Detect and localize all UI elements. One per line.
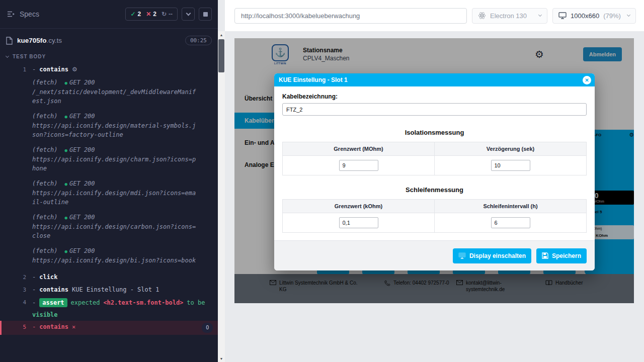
scrollbar-thumb[interactable]: [218, 39, 224, 72]
retry-count-badge: 0: [202, 323, 213, 333]
line-number: 4: [0, 298, 26, 307]
command-row-assert[interactable]: 4 - assert expected <h2.text-sm.font-bol…: [0, 296, 218, 321]
spec-timer: 00:25: [185, 36, 212, 45]
assert-expected: expected: [71, 299, 100, 307]
scroll-up-arrow[interactable]: ▲: [218, 31, 225, 38]
fetch-status: GET 200: [69, 146, 95, 153]
display-on-label: Display einschalten: [469, 252, 526, 259]
url-bar[interactable]: [234, 8, 467, 24]
command-dash: -: [32, 299, 36, 307]
assert-badge: assert: [39, 298, 67, 307]
failed-icon: ✕: [146, 11, 151, 18]
kue-settings-modal: KUE Einstellung - Slot 1 ✕ Kabelbezeichn…: [274, 73, 595, 270]
loop-limit-input[interactable]: [339, 217, 378, 228]
modal-footer: Display einschalten Speichern: [274, 240, 595, 270]
isolation-table: Grenzwert (MOhm) Verzögerung (sek): [282, 142, 587, 175]
command-dash: -: [32, 323, 36, 331]
fetch-log-entry[interactable]: (fetch)●GET 200 /_next/static/developmen…: [32, 78, 218, 106]
command-row-contains-1[interactable]: 1 - contains ⚙: [0, 63, 218, 76]
fetch-label: (fetch): [32, 213, 58, 222]
save-label: Speichern: [552, 252, 581, 259]
isolation-limit-input[interactable]: [339, 160, 378, 171]
command-dash: -: [32, 286, 36, 294]
specs-label: Specs: [20, 10, 39, 18]
fetch-log-entry[interactable]: (fetch)●GET 200 https://api.iconify.desi…: [32, 179, 218, 207]
cypress-sidebar: Specs ✓2 ✕2 ↻-- kue705fo.cy.ts 00:25 TES…: [0, 0, 218, 362]
loop-interval-input[interactable]: [491, 217, 530, 228]
gear-icon: ⚙: [72, 65, 77, 73]
collapse-button[interactable]: [182, 8, 195, 21]
display-on-button[interactable]: Display einschalten: [453, 248, 531, 263]
browser-select[interactable]: Electron 130: [472, 8, 547, 24]
line-number: 3: [0, 286, 26, 294]
viewport-select[interactable]: 1000x660 (79%): [552, 8, 636, 24]
chevron-down-icon: [538, 13, 542, 17]
command-name: contains: [39, 65, 68, 73]
spec-file-row[interactable]: kue705fo.cy.ts 00:25: [6, 36, 212, 45]
status-dot-icon: ●: [65, 148, 67, 153]
scroll-down-arrow[interactable]: ▼: [218, 355, 225, 362]
section-title-isolation: Isolationsmessung: [282, 129, 587, 136]
status-dot-icon: ●: [65, 249, 67, 254]
status-dot-icon: ●: [65, 114, 67, 119]
fetch-log-entry[interactable]: (fetch)●GET 200 https://api.iconify.desi…: [32, 112, 218, 139]
url-input[interactable]: [241, 12, 460, 20]
section-title-schleife: Schleifenmessung: [282, 186, 587, 194]
save-button[interactable]: Speichern: [536, 248, 587, 263]
fetch-url: https://api.iconify.design/bi.json?icons…: [32, 256, 198, 265]
pending-count: --: [169, 11, 173, 18]
fetch-url: https://api.iconify.design/material-symb…: [32, 121, 198, 139]
fetch-label: (fetch): [32, 246, 58, 255]
isolation-delay-input[interactable]: [491, 160, 530, 171]
test-stats[interactable]: ✓2 ✕2 ↻--: [125, 8, 178, 21]
fetch-status: GET 200: [69, 79, 95, 86]
pending-icon: ↻: [162, 11, 167, 18]
chevron-down-icon: [6, 54, 9, 57]
stop-button[interactable]: [199, 8, 212, 21]
command-name: click: [39, 273, 57, 281]
assert-connector: to be: [187, 299, 205, 307]
column-header: Grenzwert (MOhm): [283, 142, 435, 156]
command-row-contains-2[interactable]: 3 - contains KUE Einstellung - Slot 1: [0, 284, 218, 296]
aut-stage: ⚓ LITTWIN Stationsname CPLV4_Maschen ⚙ A…: [225, 31, 644, 362]
line-number: 2: [0, 273, 26, 282]
right-region: Electron 130 1000x660 (79%) ⚓ LITTWIN: [225, 0, 644, 362]
assert-condition: visible: [32, 311, 58, 319]
chevron-down-icon: [186, 11, 191, 16]
fetch-status: GET 200: [69, 113, 95, 120]
sidebar-scrollbar[interactable]: ▲ ▼: [218, 31, 225, 362]
test-body-toggle[interactable]: TEST BODY: [6, 54, 212, 59]
cypress-topbar: Specs ✓2 ✕2 ↻--: [0, 0, 218, 29]
passed-icon: ✓: [130, 11, 135, 18]
command-row-click[interactable]: 2 - click: [0, 271, 218, 284]
assert-element: <h2.text-sm.font-bold>: [103, 299, 183, 307]
modal-header: KUE Einstellung - Slot 1 ✕: [274, 73, 595, 86]
modal-title: KUE Einstellung - Slot 1: [279, 76, 348, 83]
test-body-label: TEST BODY: [13, 54, 46, 59]
command-row-contains-failed[interactable]: 5 - contains ✕ 0: [0, 321, 218, 335]
fetch-label: (fetch): [32, 112, 58, 121]
floppy-icon: [542, 252, 548, 259]
fetch-label: (fetch): [32, 78, 58, 87]
fetch-status: GET 200: [69, 180, 95, 187]
fetch-status: GET 200: [69, 214, 95, 221]
fetch-log-entry[interactable]: (fetch)●GET 200 https://api.iconify.desi…: [32, 246, 218, 265]
fail-x-icon: ✕: [72, 323, 75, 331]
command-dash: -: [32, 273, 36, 281]
display-icon: [458, 252, 466, 259]
cable-name-input[interactable]: [282, 103, 587, 116]
status-dot-icon: ●: [65, 80, 67, 85]
specs-menu[interactable]: Specs: [7, 10, 39, 18]
screen: Specs ✓2 ✕2 ↻-- kue705fo.cy.ts 00:25 TES…: [0, 0, 644, 362]
fetch-url: https://api.iconify.design/charm.json?ic…: [32, 155, 198, 173]
column-header: Verzögerung (sek): [435, 142, 587, 156]
fetch-log-entry[interactable]: (fetch)●GET 200 https://api.iconify.desi…: [32, 213, 218, 240]
spec-extension: .cy.ts: [47, 37, 62, 44]
specs-list-icon: [7, 11, 15, 18]
fetch-log-entry[interactable]: (fetch)●GET 200 https://api.iconify.desi…: [32, 145, 218, 173]
app-under-test: ⚓ LITTWIN Stationsname CPLV4_Maschen ⚙ A…: [234, 38, 634, 303]
viewport-size: 1000x660: [571, 12, 599, 20]
close-icon[interactable]: ✕: [583, 76, 591, 84]
command-name: contains: [39, 323, 68, 331]
command-name: contains: [39, 286, 68, 294]
